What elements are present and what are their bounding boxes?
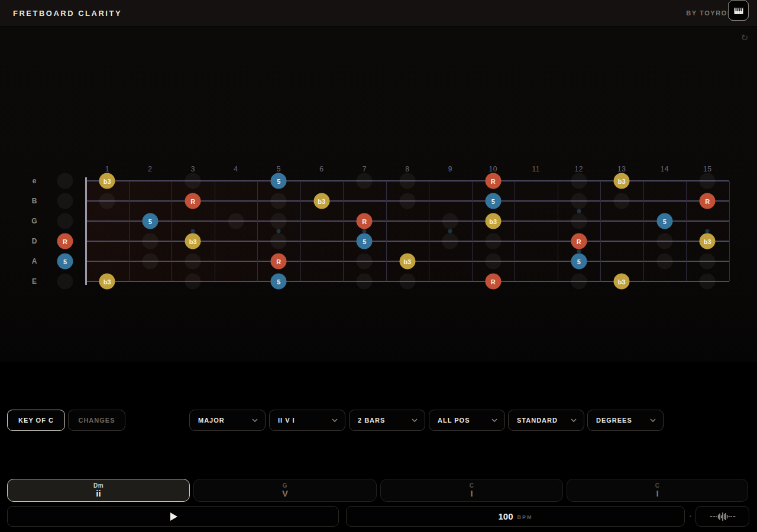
chevron-down-icon [491,419,497,422]
string-label-E: E [32,277,37,286]
bpm-value: 100 [498,511,513,521]
chord-cell-3[interactable]: CI [380,479,563,502]
inlay-dot-9 [448,229,452,233]
note-marker-5: 5 [142,213,158,229]
note-marker-R: R [485,274,501,290]
chord-cell-1[interactable]: Dmii [7,479,190,502]
string-label-A: A [32,257,37,265]
dropdown-tuning[interactable]: STANDARD [508,410,584,431]
dropdown-length-value: 2 BARS [358,417,385,424]
piano-toggle-button[interactable] [728,0,749,21]
ghost-note [271,213,287,229]
play-icon [170,512,177,521]
string-line-G [86,220,729,222]
note-marker-5: 5 [485,193,501,209]
inlay-dot-12 [577,209,581,213]
fret-line-4 [257,181,258,281]
note-marker-R: R [571,233,587,249]
string-line-D [86,241,729,242]
fret-number-4: 4 [234,165,238,173]
ghost-note [571,274,587,290]
dropdown-note-labels[interactable]: DEGREES [587,410,664,431]
ghost-note [571,173,587,189]
dropdown-scale[interactable]: MAJOR [189,410,266,431]
bpm-unit-label: BPM [517,512,533,520]
ghost-note [656,254,672,270]
ghost-note [571,193,587,209]
fret-number-14: 14 [661,165,669,173]
note-marker-5: 5 [271,173,287,189]
ghost-note [700,274,716,290]
fret-number-7: 7 [363,165,367,173]
key-of-c-button[interactable]: KEY OF C [7,410,65,431]
note-marker-b3: b3 [700,233,716,249]
chord-numeral: ii [96,489,101,498]
bpm-button[interactable]: 100 BPM [346,506,685,527]
fret-line-5 [300,181,301,281]
fret-number-5: 5 [277,165,281,173]
chord-numeral: I [470,489,473,498]
ghost-note [442,233,458,249]
fret-number-12: 12 [575,165,583,173]
dropdown-progression[interactable]: II V I [269,410,345,431]
fret-line-15 [729,181,730,281]
chevron-down-icon [571,419,577,422]
chevron-down-icon [412,419,418,422]
ghost-note [700,254,716,270]
fret-line-2 [172,181,172,281]
nut [85,177,88,285]
ghost-note [485,254,501,270]
chord-cell-4[interactable]: CI [567,479,748,502]
fret-number-6: 6 [319,165,323,173]
dropdown-note-labels-value: DEGREES [596,417,632,424]
refresh-icon[interactable]: ↻ [738,31,751,44]
note-marker-b3: b3 [99,173,115,189]
note-marker-b3: b3 [185,233,201,249]
dropdown-scale-value: MAJOR [198,417,225,424]
inlay-dot-12 [577,249,581,254]
note-marker-R: R [57,233,73,249]
string-label-e: e [33,177,37,185]
ghost-note [485,233,501,249]
dropdown-position[interactable]: ALL POS [429,410,505,431]
ghost-note [700,173,716,189]
fret-number-15: 15 [703,165,711,173]
note-marker-R: R [185,193,201,209]
chevron-down-icon [332,419,338,422]
dropdown-length[interactable]: 2 BARS [349,410,425,431]
ghost-note [442,213,458,229]
note-marker-b3: b3 [614,173,630,189]
fret-line-12 [600,181,601,281]
fret-number-10: 10 [489,165,497,173]
play-button[interactable] [7,506,339,527]
ghost-note [185,173,201,189]
tap-tempo-button[interactable] [695,506,749,527]
ghost-note [271,193,287,209]
fret-line-11 [558,181,558,281]
note-marker-b3: b3 [313,193,329,209]
dropdown-progression-value: II V I [278,417,295,424]
ghost-note [399,193,415,209]
top-bar: FRETBOARD CLARITY BY TOYROBOT [0,0,757,27]
inlay-dot-3 [191,229,195,233]
chevron-down-icon [252,419,258,422]
chevron-down-icon [650,419,656,422]
note-marker-5: 5 [656,213,672,229]
note-marker-R: R [485,173,501,189]
ghost-note [142,254,158,270]
fret-line-14 [686,181,687,281]
fret-line-6 [343,181,344,281]
piano-icon [733,5,745,17]
ghost-note [57,213,73,229]
inlay-dot-7 [363,229,367,233]
note-marker-5: 5 [571,254,587,270]
fret-number-1: 1 [105,165,109,173]
ghost-note [357,254,373,270]
chord-cell-2[interactable]: GV [193,479,377,502]
changes-button[interactable]: CHANGES [68,410,125,431]
string-label-G: G [31,217,37,225]
fret-line-9 [472,181,473,281]
fret-number-11: 11 [532,165,540,173]
note-marker-5: 5 [271,274,287,290]
fretboard-stage: ↻ 123456789101112131415eBGDAEb35Rb3Rb35R… [0,27,757,362]
